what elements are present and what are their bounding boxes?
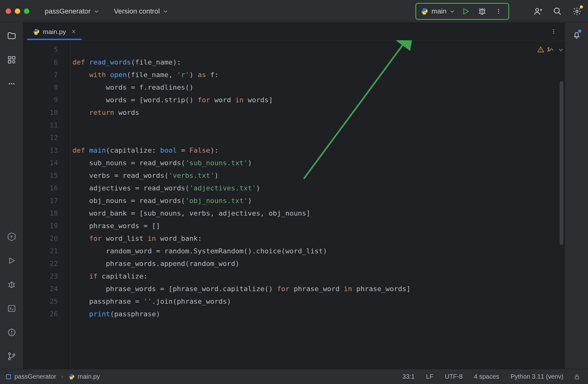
bug-icon	[478, 7, 487, 16]
line-number[interactable]: 8	[23, 81, 58, 94]
structure-tool-button[interactable]	[5, 54, 18, 66]
line-number[interactable]: 9	[23, 94, 58, 106]
problems-tool-button[interactable]	[5, 326, 18, 339]
editor[interactable]: 567891011121314151617181920212223242526 …	[23, 40, 565, 369]
line-number[interactable]: 16	[23, 182, 58, 195]
project-selector[interactable]: passGenerator	[45, 7, 99, 15]
svg-point-27	[553, 33, 554, 34]
line-number[interactable]: 12	[23, 132, 58, 144]
run-tool-button[interactable]	[5, 254, 18, 267]
vertical-scrollbar[interactable]	[560, 81, 563, 245]
search-everywhere-button[interactable]	[552, 6, 563, 17]
line-number[interactable]: 17	[23, 195, 58, 207]
chevron-down-icon	[558, 47, 564, 53]
svg-point-14	[11, 83, 12, 84]
more-tools-button[interactable]	[5, 77, 18, 90]
breadcrumb-file[interactable]: main.py	[68, 373, 100, 380]
version-control-menu[interactable]: Version control	[114, 7, 168, 15]
python-icon	[33, 28, 40, 35]
run-button[interactable]	[460, 6, 471, 17]
svg-point-5	[498, 13, 499, 14]
breadcrumb-project[interactable]: passGenerator	[6, 373, 56, 380]
line-number[interactable]: 21	[23, 245, 58, 257]
bug-icon	[7, 280, 16, 289]
svg-point-21	[9, 358, 10, 360]
run-configuration-selector[interactable]: main	[421, 7, 455, 15]
right-tool-strip	[565, 23, 588, 369]
svg-point-8	[576, 10, 578, 12]
line-number[interactable]: 18	[23, 207, 58, 220]
status-bar: passGenerator › main.py 33:1 LF UTF-8 4 …	[0, 369, 588, 384]
folder-icon	[7, 31, 16, 41]
svg-rect-10	[12, 57, 15, 59]
line-number[interactable]: 7	[23, 69, 58, 81]
chevron-up-icon	[549, 47, 554, 53]
run-toolbar-highlight: main	[415, 3, 509, 20]
line-number[interactable]: 11	[23, 119, 58, 132]
python-interpreter[interactable]: Python 3.11 (venv)	[507, 373, 567, 380]
services-tool-button[interactable]	[5, 230, 18, 243]
more-actions-button[interactable]	[493, 6, 504, 17]
close-tab-button[interactable]: ✕	[71, 28, 76, 35]
code-area[interactable]: def read_words(file_name): with open(fil…	[71, 40, 565, 369]
line-separator[interactable]: LF	[423, 373, 436, 380]
gutter[interactable]: 567891011121314151617181920212223242526	[23, 40, 71, 369]
python-icon	[421, 8, 428, 15]
breadcrumb-label: main.py	[78, 373, 100, 380]
line-number[interactable]: 19	[23, 220, 58, 232]
svg-point-3	[498, 9, 499, 10]
debug-tool-button[interactable]	[5, 278, 18, 291]
line-number[interactable]: 24	[23, 283, 58, 295]
svg-rect-9	[8, 57, 11, 59]
svg-point-25	[553, 29, 554, 30]
maximize-window-button[interactable]	[24, 8, 29, 14]
git-tool-button[interactable]	[5, 350, 18, 363]
tab-main-py[interactable]: main.py ✕	[27, 25, 82, 40]
file-encoding[interactable]: UTF-8	[441, 373, 466, 380]
chevron-down-icon	[163, 9, 168, 14]
svg-point-22	[13, 354, 15, 356]
chevron-down-icon	[94, 9, 99, 14]
line-number[interactable]: 13	[23, 144, 58, 157]
readonly-toggle[interactable]	[572, 371, 582, 382]
svg-point-19	[11, 334, 12, 335]
titlebar: passGenerator Version control main	[0, 0, 588, 23]
svg-point-29	[540, 51, 541, 51]
prev-problem-button[interactable]	[548, 46, 555, 54]
left-tool-strip	[0, 23, 23, 369]
next-problem-button[interactable]	[557, 46, 565, 54]
line-number[interactable]: 10	[23, 106, 58, 119]
settings-badge-icon	[580, 5, 583, 8]
user-plus-icon	[533, 7, 542, 16]
minimize-window-button[interactable]	[15, 8, 20, 14]
debug-button[interactable]	[477, 6, 487, 17]
line-number[interactable]: 14	[23, 157, 58, 169]
notifications-button[interactable]	[571, 30, 582, 40]
terminal-tool-button[interactable]	[5, 302, 18, 315]
warning-circle-icon	[7, 328, 16, 337]
notification-badge-icon	[578, 30, 581, 33]
svg-point-13	[9, 83, 10, 84]
line-number[interactable]: 6	[23, 56, 58, 69]
cursor-position[interactable]: 33:1	[399, 373, 418, 380]
line-number[interactable]: 15	[23, 169, 58, 182]
project-tool-button[interactable]	[5, 30, 18, 42]
editor-tabs-more-button[interactable]	[548, 26, 559, 37]
line-number[interactable]: 20	[23, 232, 58, 245]
svg-point-24	[37, 34, 37, 34]
close-window-button[interactable]	[6, 8, 11, 14]
svg-rect-31	[575, 376, 579, 379]
line-number[interactable]: 26	[23, 308, 58, 320]
kebab-icon	[495, 8, 502, 14]
line-number[interactable]: 25	[23, 295, 58, 308]
indent-setting[interactable]: 4 spaces	[471, 373, 502, 380]
svg-point-4	[498, 11, 499, 12]
window-controls	[6, 8, 29, 14]
code-with-me-button[interactable]	[533, 6, 543, 17]
line-number[interactable]: 22	[23, 257, 58, 270]
line-number[interactable]: 5	[23, 43, 58, 56]
settings-button[interactable]	[572, 6, 582, 17]
play-hex-icon	[7, 232, 16, 241]
line-number[interactable]: 23	[23, 270, 58, 283]
svg-point-1	[425, 13, 426, 14]
